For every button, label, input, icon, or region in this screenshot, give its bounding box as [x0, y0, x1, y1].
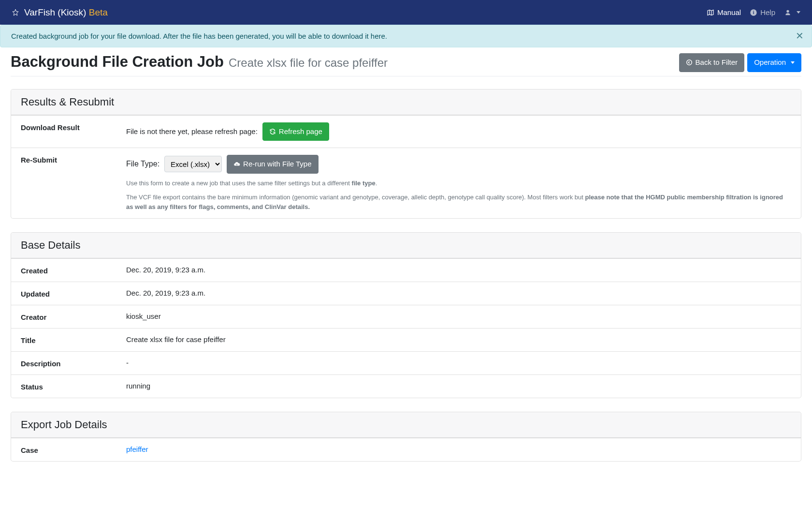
row-label: Description	[21, 359, 126, 368]
map-icon	[707, 9, 714, 16]
arrow-left-icon	[686, 59, 693, 66]
table-row: Status running	[11, 374, 801, 398]
row-value: -	[126, 359, 791, 367]
file-type-select[interactable]: Excel (.xlsx)	[164, 156, 222, 172]
row-label: Creator	[21, 312, 126, 321]
navbar-right: Manual i Help	[707, 8, 800, 16]
refresh-icon	[269, 128, 276, 135]
table-row: Created Dec. 20, 2019, 9:23 a.m.	[11, 258, 801, 282]
info-icon: i	[750, 9, 757, 16]
refresh-label: Refresh page	[279, 126, 322, 137]
user-icon	[784, 9, 792, 16]
svg-text:i: i	[753, 10, 754, 15]
row-value: Create xlsx file for case pfeiffer	[126, 335, 791, 344]
resubmit-label: Re-Submit	[21, 155, 126, 164]
base-details-card: Base Details Created Dec. 20, 2019, 9:23…	[11, 232, 801, 398]
download-message: File is not there yet, please refresh pa…	[126, 127, 258, 135]
svg-point-2	[686, 60, 692, 65]
cloud-download-icon	[233, 161, 240, 167]
table-row: Updated Dec. 20, 2019, 9:23 a.m.	[11, 282, 801, 305]
manual-label: Manual	[717, 8, 741, 16]
base-details-title: Base Details	[11, 233, 801, 258]
help-link[interactable]: i Help	[750, 8, 775, 16]
navbar: VarFish (Kiosk) Beta Manual i Help	[0, 0, 812, 25]
row-value: Dec. 20, 2019, 9:23 a.m.	[126, 266, 791, 274]
rerun-button[interactable]: Re-run with File Type	[227, 155, 318, 174]
page-header: Background File Creation Job Create xlsx…	[11, 53, 801, 76]
download-label: Download Result	[21, 122, 126, 132]
case-link[interactable]: pfeiffer	[126, 445, 148, 453]
close-icon[interactable]: ✕	[796, 30, 804, 42]
user-menu[interactable]	[784, 9, 800, 16]
star-icon	[12, 9, 19, 16]
chevron-down-icon	[797, 11, 800, 14]
table-row: Description -	[11, 351, 801, 374]
help-text-2: The VCF file export contains the bare mi…	[126, 193, 791, 211]
results-card: Results & Resubmit Download Result File …	[11, 89, 801, 219]
alert-message: Created background job for your file dow…	[11, 32, 387, 40]
refresh-page-button[interactable]: Refresh page	[262, 122, 329, 141]
row-value: kiosk_user	[126, 312, 791, 320]
operation-dropdown[interactable]: Operation	[747, 53, 801, 72]
alert-banner: Created background job for your file dow…	[0, 25, 812, 47]
table-row: Creator kiosk_user	[11, 305, 801, 328]
row-label: Created	[21, 266, 126, 275]
results-card-title: Results & Resubmit	[11, 90, 801, 115]
row-value: Dec. 20, 2019, 9:23 a.m.	[126, 289, 791, 297]
help-text-1: Use this form to create a new job that u…	[126, 179, 791, 188]
table-row: Title Create xlsx file for case pfeiffer	[11, 328, 801, 351]
chevron-down-icon	[791, 61, 795, 64]
help-label: Help	[760, 8, 775, 16]
page-subtitle: Create xlsx file for case pfeiffer	[229, 56, 388, 70]
table-row: Case pfeiffer	[11, 438, 801, 461]
export-details-title: Export Job Details	[11, 412, 801, 438]
file-type-label: File Type:	[126, 160, 160, 168]
download-row: Download Result File is not there yet, p…	[11, 115, 801, 148]
case-label: Case	[21, 445, 126, 454]
operation-label: Operation	[754, 57, 786, 68]
back-label: Back to Filter	[696, 57, 738, 68]
brand-text: VarFish (Kiosk) Beta	[24, 7, 108, 18]
resubmit-row: Re-Submit File Type: Excel (.xlsx) Re-ru…	[11, 148, 801, 218]
manual-link[interactable]: Manual	[707, 8, 741, 16]
row-value: running	[126, 382, 791, 390]
export-details-card: Export Job Details Case pfeiffer	[11, 412, 801, 462]
back-to-filter-button[interactable]: Back to Filter	[679, 53, 745, 72]
row-label: Status	[21, 382, 126, 391]
row-label: Updated	[21, 289, 126, 298]
rerun-label: Re-run with File Type	[243, 159, 311, 170]
page-title: Background File Creation Job	[11, 53, 224, 71]
brand[interactable]: VarFish (Kiosk) Beta	[12, 7, 108, 18]
row-label: Title	[21, 335, 126, 344]
